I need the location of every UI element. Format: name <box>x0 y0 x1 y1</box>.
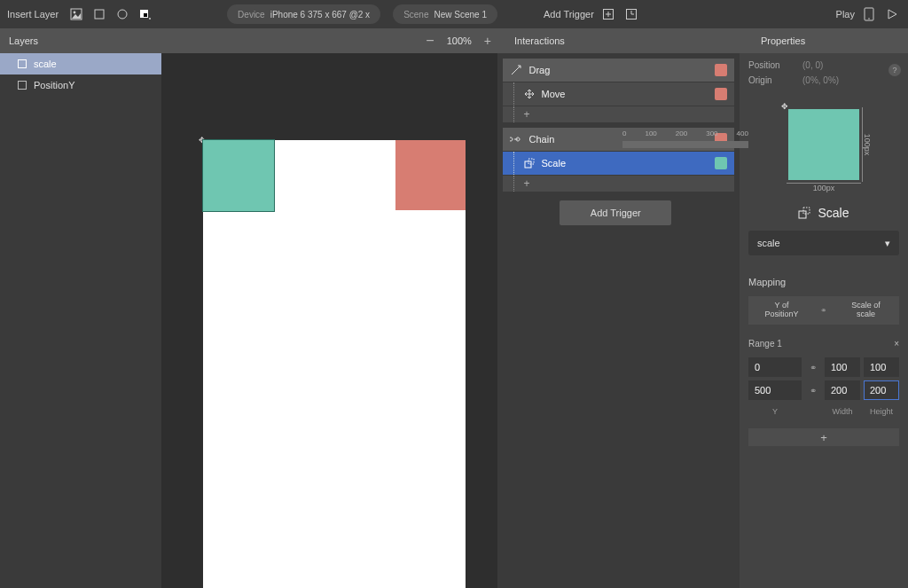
range-link-icon[interactable]: ⚭ <box>805 357 821 377</box>
tick: 400 <box>737 129 748 137</box>
canvas[interactable]: ✥ <box>161 53 497 588</box>
add-action-drag[interactable]: + <box>503 106 734 122</box>
svg-rect-5 <box>144 13 147 17</box>
add-trigger-button[interactable]: Add Trigger <box>560 200 671 225</box>
range-y0-input[interactable] <box>748 357 802 377</box>
range-h0-input[interactable] <box>864 357 899 377</box>
svg-rect-2 <box>95 10 104 19</box>
range-remove-button[interactable]: × <box>894 339 899 349</box>
svg-point-3 <box>118 10 127 19</box>
col-y: Y <box>748 407 802 416</box>
range-h1-input[interactable] <box>864 380 899 400</box>
add-action-chain[interactable]: + <box>503 176 734 192</box>
select-value: scale <box>757 238 780 248</box>
scene-label: Scene <box>403 10 428 20</box>
drag-icon <box>510 64 522 76</box>
layer-type-icon <box>18 59 27 68</box>
help-button[interactable]: ? <box>888 64 901 76</box>
link-icon: ⚭ <box>815 306 833 315</box>
trigger-label: Drag <box>529 65 551 75</box>
device-value: iPhone 6 375 x 667 @2 x <box>270 10 370 20</box>
layers-panel: scale PositionY <box>0 53 161 588</box>
range-w0-input[interactable] <box>825 357 860 377</box>
preview-width: 100px <box>813 184 835 192</box>
scene-value: New Scene 1 <box>434 10 486 20</box>
position-value: (0, 0) <box>802 60 823 70</box>
scene-selector[interactable]: Scene New Scene 1 <box>393 4 497 24</box>
mapping-row[interactable]: Y of PositionY ⚭ Scale of scale <box>748 296 899 325</box>
add-trigger-out-icon[interactable] <box>622 5 640 23</box>
plus-icon: + <box>524 177 530 190</box>
mapping-left-bot: PositionY <box>748 310 815 319</box>
properties-title: Properties <box>752 28 908 53</box>
action-label: Move <box>542 89 566 99</box>
tick: 300 <box>706 129 717 137</box>
topbar: Insert Layer Device iPhone 6 375 x 667 @… <box>0 0 908 28</box>
add-range-button[interactable]: + <box>748 428 899 446</box>
add-trigger-in-icon[interactable] <box>599 5 617 23</box>
layer-item-positiony[interactable]: PositionY <box>0 74 161 96</box>
image-layer-icon[interactable] <box>67 5 85 23</box>
col-height: Height <box>864 407 899 416</box>
device-label: Device <box>238 10 265 20</box>
insert-layer-label: Insert Layer <box>7 9 59 20</box>
range-label: Range 1 <box>748 339 782 349</box>
range-y1-input[interactable] <box>748 380 802 400</box>
trigger-drag-group: Drag Move + <box>503 59 734 122</box>
range-link-icon[interactable]: ⚭ <box>805 380 821 400</box>
zoom-out-button[interactable]: − <box>426 33 434 49</box>
tick: 100 <box>645 129 656 137</box>
layer-preview: ✥ 100px 100px <box>748 96 899 193</box>
origin-value: (0%, 0%) <box>802 75 839 85</box>
layers-title: Layers <box>0 28 164 53</box>
layer-type-icon <box>18 81 27 90</box>
timeline-scrollbar[interactable] <box>622 141 748 148</box>
position-label: Position <box>748 60 788 70</box>
play-device-icon[interactable] <box>860 5 878 23</box>
layer-label: scale <box>34 59 57 69</box>
rect-layer-icon[interactable] <box>90 5 108 23</box>
target-layer-select[interactable]: scale ▾ <box>748 231 899 255</box>
action-label: Scale <box>542 158 567 169</box>
plus-icon: + <box>524 108 530 121</box>
action-move[interactable]: Move <box>503 82 734 106</box>
mapping-right-bot: scale <box>833 310 899 319</box>
scale-icon <box>524 158 535 169</box>
target-chip <box>715 64 727 76</box>
zoom-in-button[interactable]: + <box>484 34 491 48</box>
svg-point-1 <box>74 12 76 14</box>
circle-layer-icon[interactable] <box>114 5 131 23</box>
range-grid: ⚭ ⚭ <box>748 357 899 400</box>
trigger-label: Chain <box>529 134 555 145</box>
action-scale[interactable]: Scale <box>503 152 734 175</box>
move-icon <box>524 89 535 99</box>
subheader: Layers − 100% + Interactions Properties <box>0 28 908 53</box>
timeline-ruler[interactable]: 0 100 200 300 400 <box>622 129 748 151</box>
svg-rect-13 <box>799 211 806 218</box>
properties-panel: ? Position (0, 0) Origin (0%, 0%) ✥ 100p… <box>740 53 908 588</box>
shape-positiony[interactable] <box>395 140 466 210</box>
scale-section-icon <box>798 207 810 219</box>
add-trigger-toplabel: Add Trigger <box>544 9 594 20</box>
layer-item-scale[interactable]: scale <box>0 53 161 74</box>
mapping-title: Mapping <box>748 277 899 287</box>
origin-label: Origin <box>748 75 788 85</box>
play-run-icon[interactable] <box>883 5 901 23</box>
chevron-down-icon: ▾ <box>885 238 890 249</box>
target-chip <box>715 157 727 169</box>
chain-icon <box>510 133 522 145</box>
layer-label: PositionY <box>34 80 74 90</box>
col-width: Width <box>825 407 860 416</box>
trigger-drag[interactable]: Drag <box>503 59 734 82</box>
zoom-value: 100% <box>447 35 472 46</box>
interactions-title: Interactions <box>505 28 752 53</box>
shape-scale[interactable] <box>203 140 274 211</box>
target-chip <box>715 88 727 100</box>
svg-point-10 <box>868 18 870 20</box>
section-scale-title: Scale <box>748 206 899 220</box>
artboard[interactable] <box>203 140 466 588</box>
range-w1-input[interactable] <box>825 380 860 400</box>
color-layer-icon[interactable] <box>137 5 154 23</box>
device-selector[interactable]: Device iPhone 6 375 x 667 @2 x <box>227 4 380 24</box>
preview-handle-icon: ✥ <box>781 102 788 111</box>
